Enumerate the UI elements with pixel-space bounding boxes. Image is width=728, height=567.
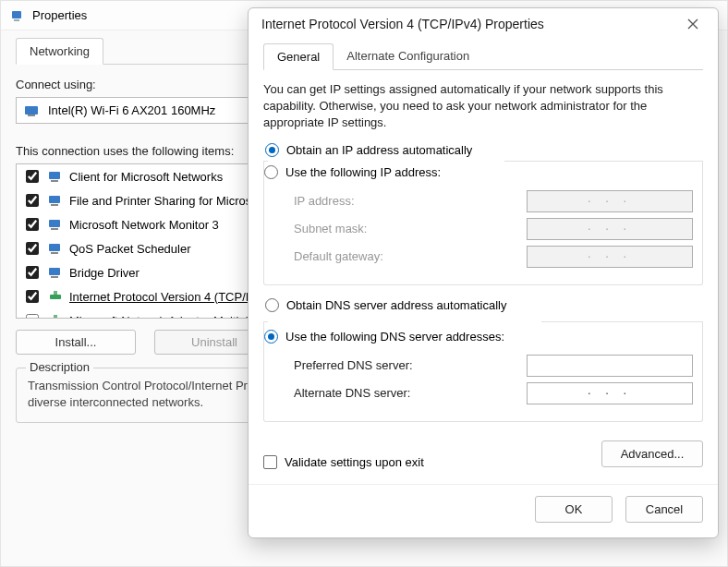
svg-rect-9 [51, 228, 58, 230]
list-item-checkbox[interactable] [26, 194, 39, 207]
svg-rect-10 [49, 244, 60, 251]
dialog-footer: OK Cancel [249, 484, 718, 537]
list-item-checkbox[interactable] [26, 170, 39, 183]
validate-checkbox[interactable] [263, 455, 277, 469]
adapter-properties-icon [10, 8, 25, 23]
preferred-dns-field[interactable] [527, 355, 693, 377]
alternate-dns-label: Alternate DNS server: [294, 386, 451, 400]
svg-rect-15 [54, 291, 57, 295]
list-item-checkbox[interactable] [26, 242, 39, 255]
dialog-titlebar: Internet Protocol Version 4 (TCP/IPv4) P… [249, 8, 718, 40]
radio-dns-auto[interactable] [265, 298, 279, 312]
nic-icon [24, 104, 41, 117]
network-component-icon [47, 168, 64, 185]
intro-text: You can get IP settings assigned automat… [263, 81, 703, 132]
cancel-button[interactable]: Cancel [625, 496, 703, 523]
list-item-checkbox[interactable] [26, 266, 39, 279]
svg-rect-13 [51, 276, 58, 278]
protocol-icon [47, 288, 64, 305]
validate-label: Validate settings upon exit [285, 455, 424, 469]
network-component-icon [47, 192, 64, 209]
svg-rect-0 [12, 11, 21, 18]
dialog-tab-strip: General Alternate Configuration [263, 43, 703, 70]
dialog-title: Internet Protocol Version 4 (TCP/IPv4) P… [261, 17, 544, 31]
list-item-label: Microsoft Network Monitor 3 [69, 218, 219, 232]
svg-rect-12 [49, 268, 60, 275]
radio-ip-auto[interactable] [265, 143, 279, 157]
list-item-checkbox[interactable] [26, 218, 39, 231]
ipv4-properties-dialog: Internet Protocol Version 4 (TCP/IPv4) P… [248, 7, 719, 538]
close-icon[interactable] [677, 10, 709, 38]
network-component-icon [47, 264, 64, 281]
preferred-dns-label: Preferred DNS server: [294, 358, 451, 372]
subnet-mask-field: . . . [527, 218, 693, 240]
advanced-button[interactable]: Advanced... [601, 440, 703, 467]
default-gateway-label: Default gateway: [294, 249, 451, 263]
list-item-label: QoS Packet Scheduler [69, 242, 191, 256]
svg-rect-3 [28, 115, 35, 116]
svg-rect-2 [25, 106, 38, 115]
radio-dns-manual-label: Use the following DNS server addresses: [285, 330, 504, 344]
svg-rect-1 [14, 19, 19, 21]
ip-manual-group: Use the following IP address: IP address… [263, 161, 703, 285]
default-gateway-field: . . . [527, 246, 693, 268]
list-item-label: Client for Microsoft Networks [69, 170, 223, 184]
svg-rect-14 [50, 295, 61, 299]
radio-ip-manual-label: Use the following IP address: [285, 165, 441, 179]
tab-general[interactable]: General [263, 43, 334, 70]
ip-address-field: . . . [527, 190, 693, 212]
list-item-label: Internet Protocol Version 4 (TCP/IPv4) [69, 290, 273, 304]
svg-rect-11 [51, 252, 58, 254]
radio-ip-auto-label: Obtain an IP address automatically [286, 143, 472, 157]
radio-ip-manual[interactable] [264, 165, 278, 179]
ip-address-label: IP address: [294, 194, 451, 208]
install-button[interactable]: Install... [16, 330, 136, 355]
parent-title: Properties [32, 8, 87, 22]
list-item-checkbox[interactable] [26, 314, 39, 319]
protocol-icon [47, 312, 64, 319]
svg-rect-7 [51, 204, 58, 206]
alternate-dns-field[interactable]: . . . [527, 382, 693, 404]
svg-rect-5 [51, 180, 58, 182]
radio-dns-manual[interactable] [264, 330, 278, 344]
svg-rect-17 [54, 315, 57, 319]
network-component-icon [47, 216, 64, 233]
list-item-label: Bridge Driver [69, 266, 140, 280]
ok-button[interactable]: OK [535, 496, 613, 523]
tab-alternate-configuration[interactable]: Alternate Configuration [334, 43, 482, 69]
radio-dns-auto-label: Obtain DNS server address automatically [286, 298, 506, 312]
adapter-name: Intel(R) Wi-Fi 6 AX201 160MHz [48, 103, 215, 117]
svg-rect-8 [49, 220, 60, 227]
svg-rect-6 [49, 196, 60, 203]
dns-manual-group: Use the following DNS server addresses: … [263, 321, 703, 422]
description-heading: Description [26, 360, 93, 374]
svg-rect-4 [49, 172, 60, 179]
subnet-mask-label: Subnet mask: [294, 222, 451, 235]
list-item-checkbox[interactable] [26, 290, 39, 303]
tab-networking[interactable]: Networking [16, 38, 103, 65]
network-component-icon [47, 240, 64, 257]
